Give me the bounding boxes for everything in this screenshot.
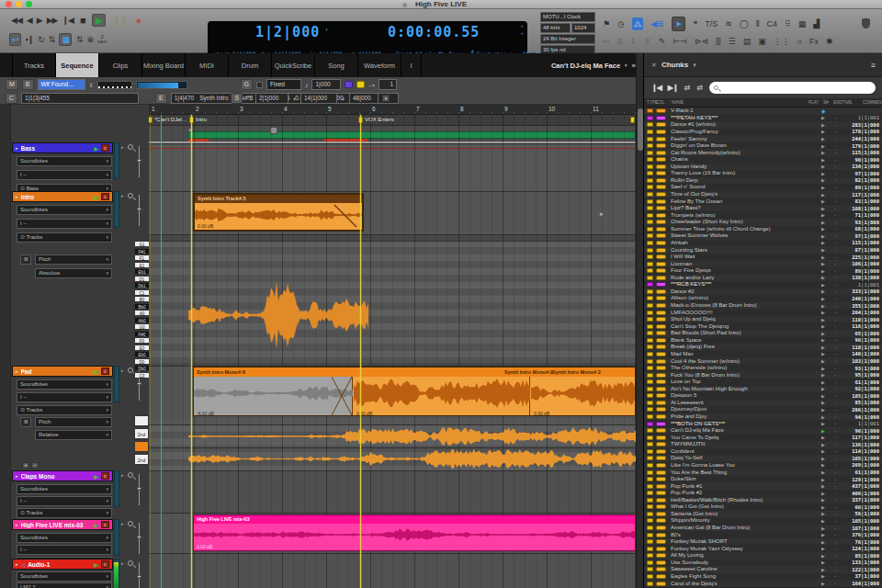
piano-key-e1[interactable]: E1 [134, 262, 149, 268]
lane-height-slider-handle[interactable] [137, 536, 141, 538]
chunk-row[interactable]: Break (djeiq) Free ▶ - 118|1|000 [644, 344, 882, 351]
solo-icon[interactable]: S [617, 35, 623, 48]
pad-pitch-cell[interactable] [134, 441, 149, 452]
tab-quickscribe[interactable]: QuickScribe [272, 53, 315, 77]
chunk-name[interactable]: ***PETAH KEYS*** [671, 115, 817, 121]
chunk-play-icon[interactable]: ▶ [817, 393, 830, 399]
chunk-name[interactable]: Funkey Muzak Yazz Odyssey [671, 546, 817, 552]
chunk-play-icon[interactable]: ▶ [817, 414, 830, 420]
chunk-name[interactable]: Summer Time (w/intro till Chord Change) [671, 226, 817, 232]
time-range-handle[interactable] [270, 127, 277, 134]
chunk-play-icon[interactable]: ▶ [817, 226, 830, 232]
chunks-column-headers[interactable]: TYPE COL NAME PLAY S# ENDTIME COMMEN [644, 98, 882, 107]
chunks-menu-icon[interactable]: ≡ [871, 61, 876, 70]
chunk-play-icon[interactable]: ▶ [817, 150, 830, 155]
undo-icon[interactable]: ↩ [9, 33, 21, 46]
mute-mode-button[interactable]: M [6, 79, 18, 90]
chunk-color-swatch[interactable] [656, 518, 666, 523]
chunk-name[interactable]: Time of Our Djeiq's [671, 191, 817, 198]
chunk-row[interactable]: ***RCB KEYS*** ▶ - 1|1|001 [644, 281, 882, 288]
chunk-type-icon[interactable] [647, 352, 653, 356]
chunk-type-icon[interactable] [647, 338, 653, 343]
expand-icon[interactable]: ▸ [121, 193, 124, 198]
chunk-type-icon[interactable] [647, 407, 653, 412]
time-range-lane[interactable]: ▶ ▶ [149, 126, 636, 143]
chunk-play-icon[interactable]: ▶ [817, 247, 830, 253]
chunk-row[interactable]: Cheerleader (Short Key Intro) ▶ - 93|1|0… [644, 219, 882, 226]
chunk-row[interactable]: Blank Space ▶ - 96|1|000 [644, 337, 882, 345]
chunk-type-icon[interactable] [647, 574, 653, 579]
pencil-tool-icon[interactable]: ✎ [659, 35, 666, 48]
piano-key-b0[interactable]: B0 [134, 296, 149, 302]
bit-depth-select[interactable]: 24 Bit Integer [540, 34, 595, 44]
chunk-color-swatch[interactable] [656, 296, 666, 300]
chunk-type-icon[interactable] [647, 463, 653, 468]
tab-i[interactable]: I [401, 53, 422, 77]
chunk-name[interactable]: Diggin' on Dave Brown [671, 142, 817, 149]
track-play-icon[interactable]: ▶ [94, 473, 98, 480]
chunk-row[interactable]: Cool 4 the Summer (w/intro) ▶ - 103|1|00… [644, 357, 882, 365]
chunk-name[interactable]: Lipz? Bass? [671, 205, 817, 211]
chunk-row[interactable]: Summer Time (w/intro till Chord Change) … [644, 226, 882, 233]
piano-key-db0[interactable]: Db0 [134, 365, 149, 371]
chunk-play-icon[interactable]: ▶ [817, 358, 830, 364]
track-dropdown[interactable]: Soundbites▾ [17, 484, 112, 494]
piano-key-c1[interactable]: C1 [134, 289, 149, 296]
track-dropdown[interactable]: ⊙ Tracks▾ [17, 405, 112, 415]
settings-gear-icon[interactable]: ✱ [826, 35, 833, 48]
bar-ruler[interactable]: 123456789101112 [149, 105, 636, 115]
countoff-clock-icon[interactable]: ◷ [617, 17, 625, 30]
track-name[interactable]: Claps Mono [21, 473, 92, 480]
chunk-name[interactable]: Confident [671, 448, 817, 455]
chunk-type-icon[interactable] [647, 317, 653, 322]
chunk-name[interactable]: Can't DJ-elq Ma Face [671, 427, 817, 434]
marker-pin-end[interactable] [630, 117, 635, 123]
automation-icon[interactable]: ⋮⋮ [774, 35, 790, 48]
chunk-color-swatch[interactable] [656, 428, 666, 433]
chunk-name[interactable]: ***RCB KEYS*** [671, 281, 817, 288]
chunk-name[interactable]: All My Loving [671, 552, 817, 559]
chunk-name[interactable]: Afrikah [671, 240, 817, 246]
chunk-type-icon[interactable] [647, 512, 653, 516]
track-arm-icon[interactable]: ▸ [16, 561, 18, 567]
chunk-play-icon[interactable]: ▶ [817, 310, 830, 315]
chunk-type-icon[interactable] [647, 108, 653, 113]
chunk-color-swatch[interactable] [656, 192, 666, 197]
chunk-name[interactable]: Like I'm Gonna Loase You [671, 462, 817, 469]
chunk-name[interactable]: Tranny Love (16 Bar Intro) [671, 170, 817, 176]
chunk-play-icon[interactable]: ▶ [817, 143, 830, 149]
timesig-tool-icon[interactable]: T/S [705, 17, 718, 30]
pad-clip-group[interactable]: Synth Intro Mono# 8 Synth Intro Mono#.9 … [193, 367, 636, 416]
chunk-type-icon[interactable] [647, 553, 653, 558]
chunk-color-swatch[interactable] [656, 289, 666, 294]
chunk-color-swatch[interactable] [656, 574, 666, 579]
chunk-play-icon[interactable]: ▶ [817, 442, 830, 447]
chunk-color-swatch[interactable] [656, 268, 666, 273]
col-comment[interactable]: COMMEN [863, 100, 882, 105]
chunk-color-swatch[interactable] [656, 116, 666, 120]
chunk-color-swatch[interactable] [656, 199, 666, 204]
chunk-type-icon[interactable] [647, 157, 653, 162]
chain-chunk-icon[interactable]: ⇄ [696, 84, 703, 92]
chunk-type-icon[interactable] [647, 282, 653, 287]
chunk-row[interactable]: Pop Punk #2 ▶ - 406|1|000 [644, 490, 882, 497]
chunk-color-swatch[interactable] [656, 171, 666, 175]
pitch-mode-dropdown[interactable]: Absolute▾ [35, 268, 112, 278]
chunk-type-icon[interactable] [647, 477, 653, 481]
metronome-icon[interactable]: ⧍ [632, 17, 643, 30]
track-header-bass[interactable]: ▸Bass▶≡ [12, 142, 113, 153]
monitor-icon[interactable]: ◁ [21, 561, 26, 568]
chunk-color-swatch[interactable] [656, 526, 666, 530]
marker-label[interactable]: Intro [196, 117, 207, 122]
chunk-type-icon[interactable] [647, 116, 653, 120]
record-button[interactable]: ● [134, 15, 143, 26]
piano-key-eb0[interactable]: Eb0 [134, 351, 149, 357]
chunk-play-icon[interactable]: ▶ [817, 491, 830, 496]
piano-key-d0[interactable]: D0 [134, 358, 149, 365]
chunk-color-swatch[interactable] [656, 539, 666, 544]
chunk-color-swatch[interactable] [656, 366, 666, 370]
chunk-color-swatch[interactable] [656, 248, 666, 253]
pad-clip-2-body[interactable]: 0.00 dB [354, 377, 530, 416]
chunk-name[interactable]: Break (djeiq) Free [671, 344, 817, 350]
piano-key-db1[interactable]: Db1 [134, 282, 149, 288]
